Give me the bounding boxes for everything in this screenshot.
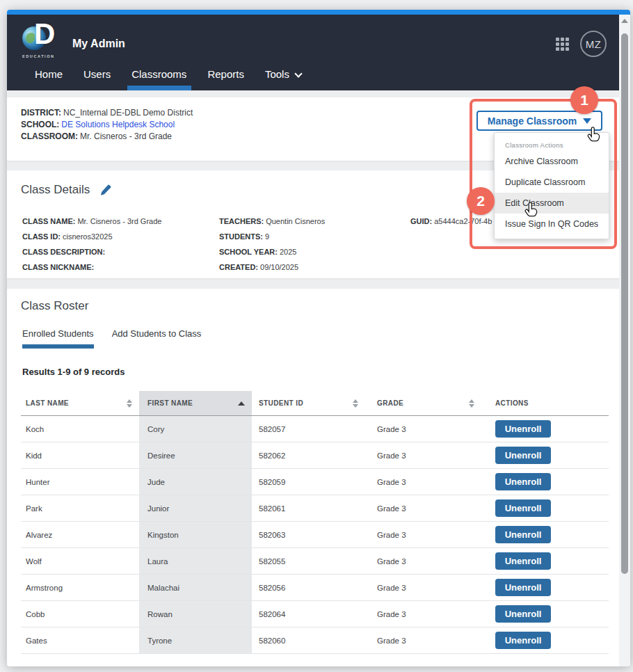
detail-field: SCHOOL YEAR:2025 [219, 244, 325, 259]
menu-item[interactable]: Duplicate Classroom [495, 172, 609, 193]
school-link[interactable]: DE Solutions Helpdesk School [61, 120, 175, 129]
unenroll-button[interactable]: Unenroll [495, 526, 551, 543]
apps-grid-icon[interactable] [556, 38, 569, 51]
detail-field-value: cisneros32025 [63, 232, 113, 241]
table-row: Wolf Laura 582055 Grade 3 Unenroll [21, 548, 609, 575]
student-id-cell: 582055 [259, 557, 285, 566]
avatar[interactable]: MZ [580, 31, 607, 57]
first-name-cell: Jude [147, 478, 165, 486]
unenroll-button[interactable]: Unenroll [495, 632, 551, 649]
vertical-scrollbar[interactable] [619, 15, 630, 666]
top-accent-bar [7, 10, 630, 15]
first-name-cell: Tyrone [147, 637, 172, 645]
unenroll-button[interactable]: Unenroll [495, 552, 551, 570]
detail-field-value: Quentin Cisneros [266, 217, 325, 225]
detail-field-label: TEACHERS: [219, 217, 264, 225]
student-id-cell: 582063 [259, 531, 285, 539]
detail-field: CLASS DESCRIPTION: [22, 244, 161, 259]
detail-field: CLASS NAME:Mr. Cisneros - 3rd Grade [22, 214, 161, 229]
scrollbar-thumb[interactable] [621, 33, 628, 574]
student-id-cell: 582062 [259, 451, 285, 460]
column-header[interactable]: LAST NAME [21, 391, 139, 415]
student-id-cell: 582056 [259, 584, 285, 592]
annotation-step-2-badge: 2 [467, 187, 495, 215]
annotation-step-1-badge: 1 [570, 86, 598, 114]
detail-field-label: CLASS NAME: [22, 217, 75, 225]
first-name-cell: Malachai [147, 584, 179, 592]
nav-item[interactable]: Users [83, 67, 111, 90]
first-name-cell: Junior [147, 504, 169, 513]
column-header[interactable]: ACTIONS [481, 391, 609, 415]
detail-field: CLASS NICKNAME: [22, 259, 161, 275]
unenroll-button[interactable]: Unenroll [495, 420, 551, 438]
menu-item[interactable]: Edit Classroom [495, 193, 609, 214]
nav-item[interactable]: Home [35, 67, 63, 90]
unenroll-button[interactable]: Unenroll [495, 499, 551, 517]
detail-field-label: CLASS ID: [22, 232, 61, 241]
nav-item-label: Classrooms [131, 68, 186, 80]
column-header[interactable]: FIRST NAME [139, 391, 252, 415]
last-name-cell: Gates [26, 637, 47, 645]
table-row: Armstrong Malachai 582056 Grade 3 Unenro… [21, 575, 609, 601]
menu-item-label: Issue Sign In QR Codes [505, 219, 598, 229]
unenroll-button[interactable]: Unenroll [495, 447, 551, 464]
details-col-mid: TEACHERS:Quentin Cisneros STUDENTS:9 SCH… [219, 214, 325, 275]
column-header-label: ACTIONS [495, 399, 529, 407]
detail-field-label: CREATED: [219, 263, 258, 271]
grade-cell: Grade 3 [377, 584, 406, 592]
grade-cell: Grade 3 [377, 478, 406, 486]
unenroll-button[interactable]: Unenroll [495, 579, 551, 596]
page-title: My Admin [72, 38, 125, 50]
unenroll-button[interactable]: Unenroll [495, 473, 551, 490]
nav-item-label: Reports [207, 68, 244, 80]
grade-cell: Grade 3 [377, 425, 406, 433]
roster-table: LAST NAME FIRST NAME STUDENT ID GRADE AC… [21, 391, 609, 654]
table-row: Kidd Desiree 582062 Grade 3 Unenroll [21, 442, 609, 469]
roster-table-body: Koch Cory 582057 Grade 3 Unenroll Kidd D… [21, 416, 609, 654]
roster-tab[interactable]: Enrolled Students [22, 328, 94, 349]
classroom-actions-menu-items: Archive Classroom Duplicate Classroom Ed… [495, 151, 609, 234]
table-row: Cobb Rowan 582064 Grade 3 Unenroll [21, 601, 609, 627]
scrollbar-up-arrow[interactable] [619, 15, 630, 26]
last-name-cell: Kidd [26, 451, 42, 460]
classroom-label: CLASSROOM: [21, 131, 78, 141]
column-header[interactable]: GRADE [365, 391, 481, 415]
chevron-down-icon [294, 70, 302, 77]
sort-icon [469, 399, 474, 408]
district-label: DISTRICT: [21, 108, 61, 118]
nav-item[interactable]: Reports [207, 67, 244, 90]
nav-item[interactable]: Classrooms [131, 67, 186, 90]
guid-label: GUID: [410, 217, 432, 225]
edit-pencil-icon[interactable] [99, 184, 111, 196]
guid-field: GUID:a5444ca2-70f-4b [410, 214, 492, 229]
column-header[interactable]: STUDENT ID [252, 391, 365, 415]
column-header-label: GRADE [377, 399, 403, 407]
menu-item[interactable]: Archive Classroom [495, 151, 609, 172]
menu-item[interactable]: Issue Sign In QR Codes [495, 214, 609, 234]
roster-table-header: LAST NAME FIRST NAME STUDENT ID GRADE AC… [21, 391, 609, 416]
unenroll-button[interactable]: Unenroll [495, 605, 551, 623]
nav-item[interactable]: Tools [265, 67, 301, 90]
header-right: MZ [556, 31, 607, 57]
details-col-guid: GUID:a5444ca2-70f-4b [410, 214, 492, 229]
detail-field: CREATED:09/10/2025 [219, 259, 325, 275]
detail-field-value: 2025 [280, 248, 296, 256]
last-name-cell: Hunter [26, 478, 50, 486]
table-row: Koch Cory 582057 Grade 3 Unenroll [21, 416, 609, 442]
grade-cell: Grade 3 [377, 637, 406, 645]
column-header-label: FIRST NAME [147, 399, 193, 407]
detail-field: STUDENTS:9 [219, 229, 325, 244]
manage-classroom-label: Manage Classroom [488, 115, 577, 127]
sorted-ascending-icon [238, 401, 245, 406]
last-name-cell: Armstrong [26, 584, 63, 592]
detail-field-value: Mr. Cisneros - 3rd Grade [77, 217, 161, 225]
grade-cell: Grade 3 [377, 531, 406, 539]
student-id-cell: 582059 [259, 478, 285, 486]
table-row: Hunter Jude 582059 Grade 3 Unenroll [21, 469, 609, 495]
discovery-education-logo[interactable]: D EDUCATION [22, 25, 61, 58]
roster-tab[interactable]: Add Students to Class [112, 328, 202, 349]
details-col-left: CLASS NAME:Mr. Cisneros - 3rd Grade CLAS… [22, 214, 161, 275]
grade-cell: Grade 3 [377, 557, 406, 566]
last-name-cell: Alvarez [26, 531, 52, 539]
grade-cell: Grade 3 [377, 504, 406, 513]
